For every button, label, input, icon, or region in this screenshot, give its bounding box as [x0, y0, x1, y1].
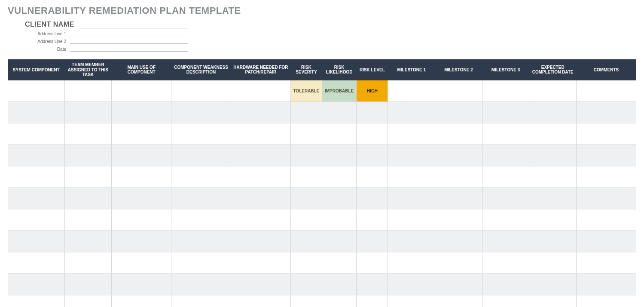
cell-weakness[interactable]: [171, 144, 231, 166]
cell-milestone3[interactable]: [482, 252, 529, 273]
cell-risk-level[interactable]: [357, 166, 388, 187]
cell-milestone3[interactable]: [482, 144, 529, 166]
cell-system-component[interactable]: [8, 187, 65, 209]
cell-milestone1[interactable]: [388, 166, 435, 187]
date-input[interactable]: [70, 46, 188, 52]
cell-team-member[interactable]: [64, 101, 112, 123]
cell-system-component[interactable]: [8, 80, 65, 101]
cell-team-member[interactable]: [64, 187, 112, 209]
cell-expected-completion[interactable]: [529, 252, 577, 273]
cell-expected-completion[interactable]: [529, 80, 577, 101]
cell-hardware[interactable]: [231, 101, 290, 123]
cell-expected-completion[interactable]: [529, 187, 577, 209]
cell-risk-likelihood[interactable]: [322, 209, 356, 230]
cell-hardware[interactable]: [231, 209, 290, 230]
cell-weakness[interactable]: [171, 123, 231, 144]
cell-main-use[interactable]: [112, 295, 171, 307]
cell-risk-likelihood[interactable]: [322, 230, 356, 252]
cell-milestone1[interactable]: [388, 273, 435, 295]
cell-risk-severity[interactable]: [290, 273, 322, 295]
cell-milestone2[interactable]: [435, 166, 482, 187]
cell-risk-level[interactable]: [357, 187, 388, 209]
cell-system-component[interactable]: [8, 252, 65, 273]
cell-milestone1[interactable]: [388, 209, 435, 230]
cell-hardware[interactable]: [231, 230, 290, 252]
cell-hardware[interactable]: [231, 166, 290, 187]
cell-team-member[interactable]: [64, 230, 112, 252]
cell-risk-level[interactable]: [357, 230, 388, 252]
cell-main-use[interactable]: [112, 123, 171, 144]
cell-milestone1[interactable]: [388, 252, 435, 273]
cell-team-member[interactable]: [64, 123, 112, 144]
cell-weakness[interactable]: [171, 209, 231, 230]
cell-system-component[interactable]: [8, 166, 65, 187]
cell-system-component[interactable]: [8, 230, 65, 252]
cell-main-use[interactable]: [112, 273, 171, 295]
cell-milestone2[interactable]: [435, 295, 482, 307]
cell-team-member[interactable]: [64, 166, 112, 187]
cell-milestone1[interactable]: [388, 101, 435, 123]
cell-hardware[interactable]: [231, 123, 290, 144]
cell-comments[interactable]: [577, 230, 636, 252]
cell-milestone2[interactable]: [435, 80, 482, 101]
cell-milestone3[interactable]: [482, 273, 529, 295]
cell-milestone2[interactable]: [435, 252, 482, 273]
cell-team-member[interactable]: [64, 144, 112, 166]
cell-risk-severity[interactable]: [290, 123, 322, 144]
cell-milestone2[interactable]: [435, 101, 482, 123]
cell-milestone3[interactable]: [482, 295, 529, 307]
cell-weakness[interactable]: [171, 252, 231, 273]
address2-input[interactable]: [70, 39, 188, 44]
cell-risk-level[interactable]: [357, 295, 388, 307]
cell-risk-severity[interactable]: [290, 209, 322, 230]
cell-main-use[interactable]: [112, 166, 171, 187]
cell-risk-likelihood[interactable]: [322, 101, 356, 123]
cell-risk-likelihood[interactable]: [322, 252, 356, 273]
cell-comments[interactable]: [577, 80, 636, 101]
cell-comments[interactable]: [577, 273, 636, 295]
cell-weakness[interactable]: [171, 230, 231, 252]
cell-risk-level[interactable]: [357, 123, 388, 144]
cell-system-component[interactable]: [8, 144, 65, 166]
cell-weakness[interactable]: [171, 273, 231, 295]
cell-milestone3[interactable]: [482, 209, 529, 230]
cell-risk-level[interactable]: [357, 209, 388, 230]
cell-expected-completion[interactable]: [529, 123, 577, 144]
cell-expected-completion[interactable]: [529, 230, 577, 252]
cell-risk-likelihood[interactable]: [322, 123, 356, 144]
cell-system-component[interactable]: [8, 123, 65, 144]
cell-risk-level[interactable]: [357, 144, 388, 166]
cell-risk-severity[interactable]: [290, 166, 322, 187]
cell-risk-severity[interactable]: TOLERABLE: [290, 80, 322, 101]
cell-milestone1[interactable]: [388, 80, 435, 101]
cell-hardware[interactable]: [231, 144, 290, 166]
cell-comments[interactable]: [577, 187, 636, 209]
cell-expected-completion[interactable]: [529, 166, 577, 187]
cell-risk-level[interactable]: HIGH: [357, 80, 388, 101]
cell-expected-completion[interactable]: [529, 209, 577, 230]
cell-hardware[interactable]: [231, 273, 290, 295]
cell-team-member[interactable]: [64, 252, 112, 273]
cell-milestone2[interactable]: [435, 187, 482, 209]
client-name-input[interactable]: [80, 22, 188, 28]
address1-input[interactable]: [70, 31, 188, 36]
cell-system-component[interactable]: [8, 273, 65, 295]
cell-milestone3[interactable]: [482, 123, 529, 144]
cell-comments[interactable]: [577, 295, 636, 307]
cell-expected-completion[interactable]: [529, 144, 577, 166]
cell-comments[interactable]: [577, 252, 636, 273]
cell-risk-likelihood[interactable]: [322, 295, 356, 307]
cell-risk-severity[interactable]: [290, 101, 322, 123]
cell-milestone1[interactable]: [388, 230, 435, 252]
cell-team-member[interactable]: [64, 80, 112, 101]
cell-risk-severity[interactable]: [290, 187, 322, 209]
cell-risk-likelihood[interactable]: [322, 144, 356, 166]
cell-hardware[interactable]: [231, 252, 290, 273]
cell-milestone1[interactable]: [388, 123, 435, 144]
cell-risk-likelihood[interactable]: [322, 187, 356, 209]
cell-risk-level[interactable]: [357, 273, 388, 295]
cell-risk-level[interactable]: [357, 252, 388, 273]
cell-main-use[interactable]: [112, 230, 171, 252]
cell-milestone3[interactable]: [482, 80, 529, 101]
cell-team-member[interactable]: [64, 209, 112, 230]
